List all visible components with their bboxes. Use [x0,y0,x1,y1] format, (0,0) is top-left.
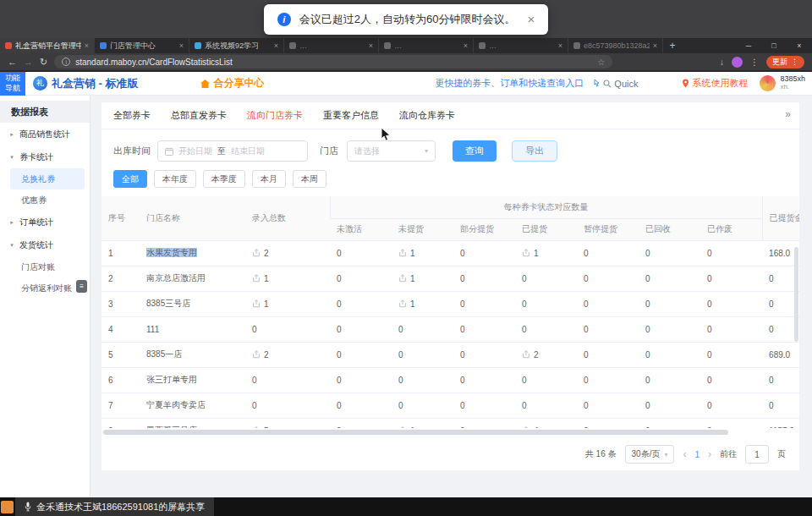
prev-page-icon[interactable]: ‹ [683,448,686,460]
forward-icon[interactable]: → [24,57,33,67]
refresh-icon[interactable]: ↻ [40,57,47,68]
tab-close-icon[interactable]: × [179,41,184,50]
date-range-input[interactable]: 开始日期 至 结束日期 [157,140,308,162]
partial-picked-count: 0 [460,401,465,410]
sidebar-item-label: 发货统计 [19,239,53,251]
link-icon[interactable] [398,274,407,283]
col-header-picked: 已提货 [515,218,577,240]
quick-search[interactable]: Quick [592,79,638,89]
quick-filter-week[interactable]: 本周 [293,170,326,188]
link-icon[interactable] [252,350,261,359]
link-icon[interactable] [522,426,530,428]
vertical-scrollbar-thumb[interactable] [794,247,798,342]
link-icon[interactable] [252,299,261,308]
tab-important-customers[interactable]: 重要客户信息 [323,109,379,122]
table-row[interactable]: 3 8385三号店 1 0 1 0 0 0 0 [102,291,799,316]
window-close-button[interactable]: × [787,38,812,53]
sidebar-collapse-handle[interactable]: ≡ [76,280,87,293]
table-row[interactable]: 8 墨西哥三号店 5 0 1 0 4 0 0 [102,418,799,428]
browser-tab[interactable]: 礼盒营销平台管理中心 × [0,38,95,53]
user-menu[interactable]: 8385xh xh. [760,75,805,91]
quick-filter-year[interactable]: 本年度 [154,170,196,188]
browser-tab[interactable]: … × [379,38,474,53]
tab-warehouse-flow-cards[interactable]: 流向仓库券卡 [399,109,455,122]
bookmark-star-icon[interactable]: ☆ [597,58,605,67]
browser-tab[interactable]: 门店管理中心 × [95,38,189,53]
close-icon[interactable]: × [527,12,535,26]
sidebar-item-exchange-coupon[interactable]: 兑换礼券 [10,168,85,189]
quick-entry-promo-link[interactable]: 更快捷的券卡、订单和快递查询入口 [435,77,584,90]
link-icon[interactable] [252,249,261,257]
link-icon[interactable] [398,426,407,428]
tab-hq-direct-cards[interactable]: 总部直发券卡 [171,109,227,122]
sidebar-item-label: 商品销售统计 [19,129,70,140]
browser-update-button[interactable]: 更新 ⋮ [766,56,804,69]
tab-close-icon[interactable]: × [464,41,468,50]
next-page-icon[interactable]: › [708,448,711,460]
meeting-toast: i 会议已超过2人，自动转为60分钟限时会议。 × [264,4,548,35]
kebab-menu-icon[interactable]: ⋮ [750,58,759,67]
search-button[interactable]: 查询 [453,140,497,162]
link-icon[interactable] [522,350,530,359]
taskbar-app-icon[interactable] [1,501,14,513]
picked-count: 2 [534,350,539,360]
minimize-button[interactable]: ─ [736,38,761,53]
quick-filter-all[interactable]: 全部 [113,170,147,188]
tab-close-icon[interactable]: × [369,41,373,50]
download-icon[interactable]: ↓ [720,58,724,67]
browser-tab[interactable]: … × [284,38,379,53]
browser-tab[interactable]: … × [474,38,568,53]
sidebar-item-discount-coupon[interactable]: 优惠券 [0,189,90,211]
total-count: 5 [264,426,269,429]
link-icon[interactable] [398,299,407,308]
screen-share-indicator[interactable]: 金禾通技术王斌18662591081的屏幕共享 [15,497,214,516]
tab-store-flow-cards[interactable]: 流向门店券卡 [247,109,303,122]
back-icon[interactable]: ← [8,57,17,67]
maximize-button[interactable]: □ [761,38,787,53]
horizontal-scrollbar-thumb[interactable] [103,430,728,435]
function-nav-button[interactable]: 功能导航 [0,72,25,96]
table-row[interactable]: 6 张三打单专用 0 0 0 0 0 0 0 [102,367,799,392]
browser-tab[interactable]: e8c573980b1328a258fd2e6f… × [568,38,663,53]
site-info-icon[interactable]: i [62,58,70,66]
sidebar-item-order-stats[interactable]: ▸ 订单统计 [0,211,90,233]
tab-close-icon[interactable]: × [653,41,657,50]
sidebar-item-product-sales[interactable]: ▸ 商品销售统计 [0,123,90,145]
link-icon[interactable] [522,249,530,257]
total-count: 0 [252,401,257,410]
url-field[interactable]: i standard.maboy.cn/CardFlowStatisticsLi… [54,55,612,69]
tab-close-icon[interactable]: × [558,41,562,50]
row-index: 3 [108,299,113,309]
goto-page-input[interactable]: 1 [745,445,769,464]
sidebar-item-store-reconciliation[interactable]: 门店对账 [0,256,90,277]
export-button[interactable]: 导出 [512,140,557,162]
table-row[interactable]: 2 南京总店激活用 1 0 1 0 0 0 0 [102,266,799,291]
table-row[interactable]: 5 8385一店 2 0 0 0 2 0 0 [102,342,799,367]
tab-close-icon[interactable]: × [274,41,278,50]
link-icon[interactable] [252,426,261,428]
tab-close-icon[interactable]: × [85,41,89,50]
quick-filter-month[interactable]: 本月 [252,170,286,188]
link-icon[interactable] [252,274,261,283]
system-tutorial-link[interactable]: 系统使用教程 [682,77,748,90]
table-row[interactable]: 1 水果发货专用 2 0 1 0 1 0 0 [102,240,799,266]
table-row[interactable]: 7 宁夏羊肉专卖店 0 0 0 0 0 0 0 [102,392,799,418]
meeting-overlay-bar: i 会议已超过2人，自动转为60分钟限时会议。 × [0,0,812,38]
goto-label: 前往 [720,448,737,460]
new-tab-button[interactable]: + [663,38,682,53]
store-select[interactable]: 请选择 ▾ [347,140,436,162]
page-size-select[interactable]: 30条/页 ▾ [625,445,675,464]
sidebar-item-card-stats[interactable]: ▾ 券卡统计 [0,145,90,168]
browser-tab[interactable]: 系统视频92学习 × [189,38,284,53]
table-row[interactable]: 4 111 0 0 0 0 0 0 0 [102,316,799,342]
panel-collapse-icon[interactable]: » [785,108,789,120]
current-page[interactable]: 1 [694,450,700,459]
row-index: 7 [108,401,113,410]
sidebar-item-label: 兑换礼券 [21,173,55,185]
share-center-link[interactable]: 合分享中心 [200,76,265,91]
quick-filter-quarter[interactable]: 本季度 [203,170,245,188]
tab-all-cards[interactable]: 全部券卡 [113,109,151,122]
sidebar-item-shipping-stats[interactable]: ▾ 发货统计 [0,233,90,256]
link-icon[interactable] [398,249,407,257]
browser-profile-avatar[interactable] [732,57,743,68]
